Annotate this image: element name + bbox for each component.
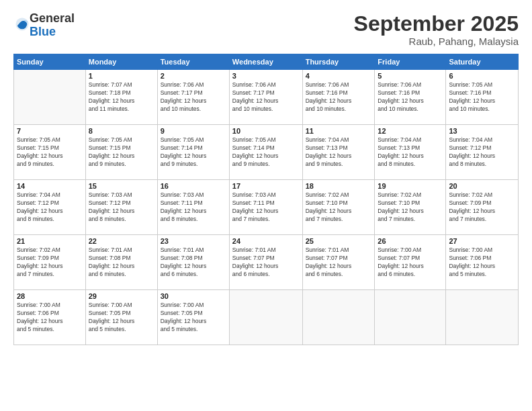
day-info: Sunrise: 7:07 AM Sunset: 7:18 PM Dayligh… xyxy=(89,81,154,113)
calendar-cell xyxy=(229,290,302,345)
day-info: Sunrise: 7:05 AM Sunset: 7:14 PM Dayligh… xyxy=(232,136,300,169)
calendar-cell: 8Sunrise: 7:05 AM Sunset: 7:15 PM Daylig… xyxy=(85,125,157,180)
calendar-cell: 16Sunrise: 7:03 AM Sunset: 7:11 PM Dayli… xyxy=(157,180,229,235)
day-info: Sunrise: 7:03 AM Sunset: 7:11 PM Dayligh… xyxy=(232,191,300,224)
day-info: Sunrise: 7:06 AM Sunset: 7:17 PM Dayligh… xyxy=(232,81,300,113)
day-info: Sunrise: 7:04 AM Sunset: 7:12 PM Dayligh… xyxy=(17,191,83,224)
calendar-cell: 3Sunrise: 7:06 AM Sunset: 7:17 PM Daylig… xyxy=(229,70,302,125)
day-number: 29 xyxy=(89,292,154,300)
day-info: Sunrise: 7:04 AM Sunset: 7:13 PM Dayligh… xyxy=(306,136,372,169)
logo: General Blue xyxy=(13,12,75,39)
day-number: 24 xyxy=(232,237,300,245)
day-info: Sunrise: 7:06 AM Sunset: 7:16 PM Dayligh… xyxy=(378,81,443,113)
title-block: September 2025 Raub, Pahang, Malaysia xyxy=(354,12,519,47)
calendar-cell: 18Sunrise: 7:02 AM Sunset: 7:10 PM Dayli… xyxy=(302,180,375,235)
col-friday: Friday xyxy=(375,54,446,70)
day-number: 20 xyxy=(449,182,515,190)
calendar-cell: 24Sunrise: 7:01 AM Sunset: 7:07 PM Dayli… xyxy=(229,235,302,290)
day-info: Sunrise: 7:04 AM Sunset: 7:12 PM Dayligh… xyxy=(449,136,515,169)
day-number: 10 xyxy=(232,127,300,135)
calendar-week-1: 7Sunrise: 7:05 AM Sunset: 7:15 PM Daylig… xyxy=(14,125,519,180)
page: General Blue September 2025 Raub, Pahang… xyxy=(0,0,532,411)
calendar-cell: 5Sunrise: 7:06 AM Sunset: 7:16 PM Daylig… xyxy=(375,70,446,125)
day-info: Sunrise: 7:01 AM Sunset: 7:08 PM Dayligh… xyxy=(89,246,154,279)
calendar-cell: 29Sunrise: 7:00 AM Sunset: 7:05 PM Dayli… xyxy=(85,290,157,345)
calendar-week-0: 1Sunrise: 7:07 AM Sunset: 7:18 PM Daylig… xyxy=(14,70,519,125)
calendar-cell: 10Sunrise: 7:05 AM Sunset: 7:14 PM Dayli… xyxy=(229,125,302,180)
day-number: 4 xyxy=(306,72,372,80)
calendar-cell: 1Sunrise: 7:07 AM Sunset: 7:18 PM Daylig… xyxy=(85,70,157,125)
calendar-cell: 23Sunrise: 7:01 AM Sunset: 7:08 PM Dayli… xyxy=(157,235,229,290)
day-number: 14 xyxy=(17,182,83,190)
calendar-cell: 30Sunrise: 7:00 AM Sunset: 7:05 PM Dayli… xyxy=(157,290,229,345)
calendar-cell: 13Sunrise: 7:04 AM Sunset: 7:12 PM Dayli… xyxy=(446,125,519,180)
day-info: Sunrise: 7:01 AM Sunset: 7:08 PM Dayligh… xyxy=(161,246,226,279)
day-info: Sunrise: 7:04 AM Sunset: 7:13 PM Dayligh… xyxy=(378,136,443,169)
day-number: 11 xyxy=(306,127,372,135)
calendar-cell: 25Sunrise: 7:01 AM Sunset: 7:07 PM Dayli… xyxy=(302,235,375,290)
day-number: 21 xyxy=(17,237,83,245)
day-info: Sunrise: 7:05 AM Sunset: 7:15 PM Dayligh… xyxy=(17,136,83,169)
calendar: Sunday Monday Tuesday Wednesday Thursday… xyxy=(13,54,519,345)
day-number: 2 xyxy=(161,72,226,80)
day-info: Sunrise: 7:02 AM Sunset: 7:10 PM Dayligh… xyxy=(306,191,372,224)
day-info: Sunrise: 7:06 AM Sunset: 7:17 PM Dayligh… xyxy=(161,81,226,113)
col-tuesday: Tuesday xyxy=(157,54,229,70)
day-number: 9 xyxy=(161,127,226,135)
calendar-cell: 11Sunrise: 7:04 AM Sunset: 7:13 PM Dayli… xyxy=(302,125,375,180)
calendar-week-3: 21Sunrise: 7:02 AM Sunset: 7:09 PM Dayli… xyxy=(14,235,519,290)
day-number: 6 xyxy=(449,72,515,80)
calendar-cell: 12Sunrise: 7:04 AM Sunset: 7:13 PM Dayli… xyxy=(375,125,446,180)
calendar-cell: 4Sunrise: 7:06 AM Sunset: 7:16 PM Daylig… xyxy=(302,70,375,125)
logo-general: General xyxy=(30,11,75,25)
day-info: Sunrise: 7:06 AM Sunset: 7:16 PM Dayligh… xyxy=(306,81,372,113)
day-number: 12 xyxy=(378,127,443,135)
calendar-cell xyxy=(302,290,375,345)
calendar-cell: 21Sunrise: 7:02 AM Sunset: 7:09 PM Dayli… xyxy=(14,235,86,290)
day-info: Sunrise: 7:03 AM Sunset: 7:12 PM Dayligh… xyxy=(89,191,154,224)
calendar-cell: 19Sunrise: 7:02 AM Sunset: 7:10 PM Dayli… xyxy=(375,180,446,235)
day-info: Sunrise: 7:05 AM Sunset: 7:16 PM Dayligh… xyxy=(449,81,515,113)
day-number: 1 xyxy=(89,72,154,80)
day-number: 18 xyxy=(306,182,372,190)
col-thursday: Thursday xyxy=(302,54,375,70)
day-number: 25 xyxy=(306,237,372,245)
calendar-week-2: 14Sunrise: 7:04 AM Sunset: 7:12 PM Dayli… xyxy=(14,180,519,235)
day-number: 27 xyxy=(449,237,515,245)
calendar-cell xyxy=(375,290,446,345)
day-info: Sunrise: 7:00 AM Sunset: 7:05 PM Dayligh… xyxy=(89,302,154,334)
calendar-cell: 9Sunrise: 7:05 AM Sunset: 7:14 PM Daylig… xyxy=(157,125,229,180)
day-info: Sunrise: 7:05 AM Sunset: 7:14 PM Dayligh… xyxy=(161,136,226,169)
day-number: 28 xyxy=(17,292,83,300)
day-number: 7 xyxy=(17,127,83,135)
calendar-cell: 17Sunrise: 7:03 AM Sunset: 7:11 PM Dayli… xyxy=(229,180,302,235)
header: General Blue September 2025 Raub, Pahang… xyxy=(13,12,519,47)
col-saturday: Saturday xyxy=(446,54,519,70)
logo-icon xyxy=(15,17,30,32)
day-info: Sunrise: 7:02 AM Sunset: 7:09 PM Dayligh… xyxy=(17,246,83,279)
day-number: 15 xyxy=(89,182,154,190)
calendar-cell: 2Sunrise: 7:06 AM Sunset: 7:17 PM Daylig… xyxy=(157,70,229,125)
day-number: 8 xyxy=(89,127,154,135)
day-number: 13 xyxy=(449,127,515,135)
calendar-cell: 22Sunrise: 7:01 AM Sunset: 7:08 PM Dayli… xyxy=(85,235,157,290)
month-title: September 2025 xyxy=(354,12,519,36)
day-number: 3 xyxy=(232,72,300,80)
day-number: 19 xyxy=(378,182,443,190)
calendar-header-row: Sunday Monday Tuesday Wednesday Thursday… xyxy=(14,54,519,70)
day-info: Sunrise: 7:03 AM Sunset: 7:11 PM Dayligh… xyxy=(161,191,226,224)
day-info: Sunrise: 7:00 AM Sunset: 7:06 PM Dayligh… xyxy=(17,302,83,334)
calendar-cell: 27Sunrise: 7:00 AM Sunset: 7:06 PM Dayli… xyxy=(446,235,519,290)
calendar-cell xyxy=(446,290,519,345)
day-number: 17 xyxy=(232,182,300,190)
calendar-body: 1Sunrise: 7:07 AM Sunset: 7:18 PM Daylig… xyxy=(14,70,519,345)
calendar-cell: 20Sunrise: 7:02 AM Sunset: 7:09 PM Dayli… xyxy=(446,180,519,235)
day-number: 16 xyxy=(161,182,226,190)
day-number: 22 xyxy=(89,237,154,245)
col-sunday: Sunday xyxy=(14,54,86,70)
day-info: Sunrise: 7:01 AM Sunset: 7:07 PM Dayligh… xyxy=(232,246,300,279)
col-wednesday: Wednesday xyxy=(229,54,302,70)
day-info: Sunrise: 7:01 AM Sunset: 7:07 PM Dayligh… xyxy=(306,246,372,279)
calendar-week-4: 28Sunrise: 7:00 AM Sunset: 7:06 PM Dayli… xyxy=(14,290,519,345)
day-info: Sunrise: 7:02 AM Sunset: 7:09 PM Dayligh… xyxy=(449,191,515,224)
